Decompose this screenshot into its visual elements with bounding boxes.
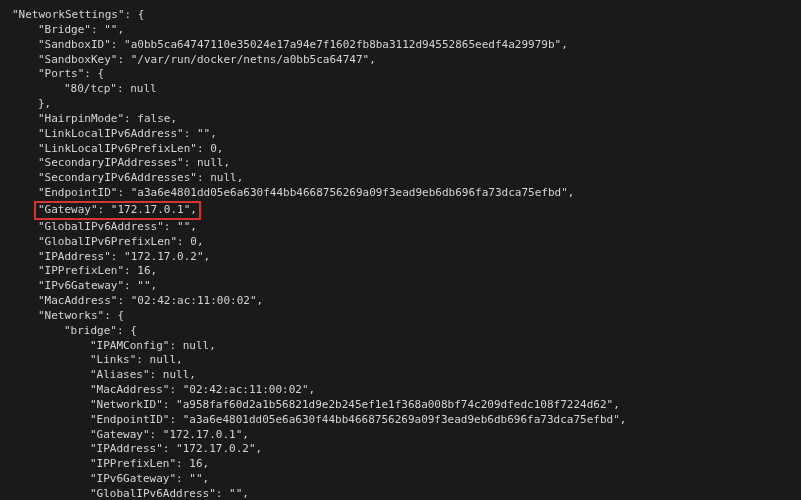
json-output: "NetworkSettings": { "Bridge": "", "Sand… — [12, 8, 789, 500]
json-line: "Networks": { — [12, 309, 789, 324]
highlight-box: "Gateway": "172.17.0.1", — [34, 201, 201, 220]
json-line-highlighted: "Gateway": "172.17.0.1", — [12, 201, 789, 220]
json-line: "LinkLocalIPv6Address": "", — [12, 127, 789, 142]
json-line: }, — [12, 97, 789, 112]
json-line: "bridge": { — [12, 324, 789, 339]
json-line: "Gateway": "172.17.0.1", — [12, 428, 789, 443]
json-line: "Ports": { — [12, 67, 789, 82]
json-line: "IPPrefixLen": 16, — [12, 457, 789, 472]
json-line: "IPAddress": "172.17.0.2", — [12, 442, 789, 457]
json-line: "LinkLocalIPv6PrefixLen": 0, — [12, 142, 789, 157]
json-line: "SecondaryIPAddresses": null, — [12, 156, 789, 171]
json-line: "IPPrefixLen": 16, — [12, 264, 789, 279]
json-line: "GlobalIPv6Address": "", — [12, 487, 789, 500]
json-line: "GlobalIPv6Address": "", — [12, 220, 789, 235]
json-line: "IPAMConfig": null, — [12, 339, 789, 354]
json-line: "Bridge": "", — [12, 23, 789, 38]
json-line: "SecondaryIPv6Addresses": null, — [12, 171, 789, 186]
json-line: "SandboxID": "a0bb5ca64747110e35024e17a9… — [12, 38, 789, 53]
json-line: "SandboxKey": "/var/run/docker/netns/a0b… — [12, 53, 789, 68]
json-line: "IPAddress": "172.17.0.2", — [12, 250, 789, 265]
json-line: "EndpointID": "a3a6e4801dd05e6a630f44bb4… — [12, 186, 789, 201]
json-line: "IPv6Gateway": "", — [12, 279, 789, 294]
json-line: "EndpointID": "a3a6e4801dd05e6a630f44bb4… — [12, 413, 789, 428]
json-line: "GlobalIPv6PrefixLen": 0, — [12, 235, 789, 250]
json-line: "MacAddress": "02:42:ac:11:00:02", — [12, 294, 789, 309]
json-line: "HairpinMode": false, — [12, 112, 789, 127]
json-line: "NetworkID": "a958faf60d2a1b56821d9e2b24… — [12, 398, 789, 413]
json-line: "MacAddress": "02:42:ac:11:00:02", — [12, 383, 789, 398]
json-line: "Links": null, — [12, 353, 789, 368]
json-line: "IPv6Gateway": "", — [12, 472, 789, 487]
json-line: "NetworkSettings": { — [12, 8, 789, 23]
json-line: "80/tcp": null — [12, 82, 789, 97]
json-line: "Aliases": null, — [12, 368, 789, 383]
